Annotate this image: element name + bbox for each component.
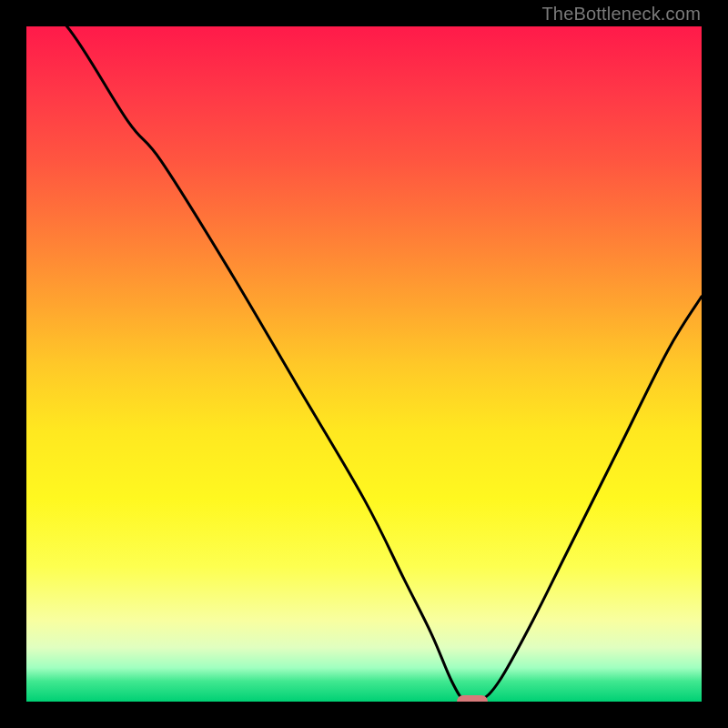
optimal-point-marker xyxy=(457,695,488,702)
plot-area xyxy=(26,26,702,702)
bottleneck-curve xyxy=(26,26,702,702)
chart-container: TheBottleneck.com xyxy=(0,0,728,728)
watermark-text: TheBottleneck.com xyxy=(541,4,701,25)
